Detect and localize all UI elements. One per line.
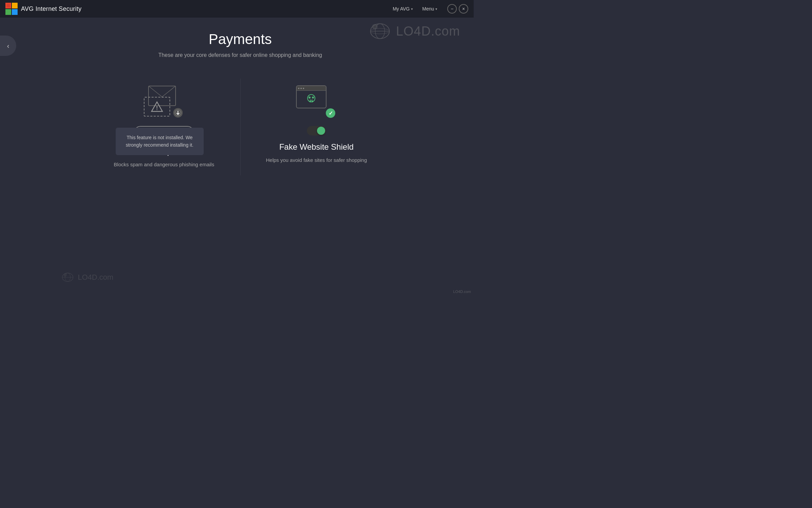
watermark-br: LO4D.com [453,288,471,294]
svg-point-20 [312,97,314,99]
watermark-bottom-left: LO4D.com [61,272,113,283]
warning-triangle-icon: ! [151,101,163,113]
back-icon: ‹ [7,42,9,50]
fws-icon-area: ✓ [296,85,337,119]
envelope-front-icon: ! [144,97,170,117]
page-subtitle: These are your core defenses for safer o… [158,52,322,58]
svg-rect-21 [310,101,311,102]
titlebar: AVG Internet Security My AVG ▾ Menu ▾ − … [0,0,474,18]
anti-spam-card: ! INSTALL NOW Anti-Spam Blocks sp [88,79,241,175]
watermark-bottom-text: LO4D.com [78,273,113,282]
skull-icon [305,93,317,105]
tooltip-text: This feature is not installed. We strong… [123,134,196,149]
svg-point-27 [64,274,66,276]
fws-toggle[interactable] [307,126,326,135]
download-badge-icon [172,107,184,119]
svg-point-10 [374,25,376,28]
watermark-top: LO4D.com [368,22,460,41]
svg-text:!: ! [156,105,158,111]
main-content: Payments These are your core defenses fo… [0,18,474,189]
fws-description: Helps you avoid fake sites for safer sho… [266,156,367,164]
window-controls: − × [447,4,468,14]
svg-rect-1 [12,3,18,8]
svg-point-19 [309,97,311,99]
toggle-container[interactable] [307,126,326,135]
titlebar-actions: My AVG ▾ Menu ▾ − × [389,4,468,14]
minimize-button[interactable]: − [447,4,457,14]
toggle-thumb [317,127,325,135]
app-logo: AVG Internet Security [5,3,82,15]
app-name: AVG Internet Security [21,5,82,13]
my-avg-chevron-icon: ▾ [411,7,413,11]
page-title: Payments [209,31,272,47]
fws-title: Fake Website Shield [279,142,354,152]
avg-icon [5,3,18,15]
browser-dot-1 [298,88,299,89]
svg-rect-22 [312,101,313,102]
download-circle-icon [173,108,183,118]
browser-frame-icon [296,85,326,108]
menu-button[interactable]: Menu ▾ [419,4,441,14]
svg-marker-4 [7,4,10,7]
watermark-bottom-globe-icon [61,272,74,283]
watermark-br-text: LO4D.com [453,290,471,294]
check-badge-icon: ✓ [326,108,335,118]
svg-point-18 [308,94,315,102]
anti-spam-tooltip: This feature is not installed. We strong… [116,128,204,155]
svg-rect-2 [5,9,11,15]
fake-website-shield-card: ✓ Fake Website Shield Helps you avoid fa… [241,79,393,175]
svg-line-12 [149,86,162,97]
svg-line-13 [162,86,176,97]
anti-spam-description: Blocks spam and dangerous phishing email… [114,161,214,169]
close-button[interactable]: × [459,4,468,14]
watermark-globe-icon [368,22,392,41]
svg-rect-3 [12,9,18,15]
cards-row: ! INSTALL NOW Anti-Spam Blocks sp [88,79,392,175]
browser-dot-2 [300,88,302,89]
my-avg-button[interactable]: My AVG ▾ [389,4,416,14]
menu-chevron-icon: ▾ [435,7,437,11]
browser-dot-3 [303,88,304,89]
watermark-text: LO4D.com [396,24,460,39]
anti-spam-icon-area: ! [144,85,184,119]
